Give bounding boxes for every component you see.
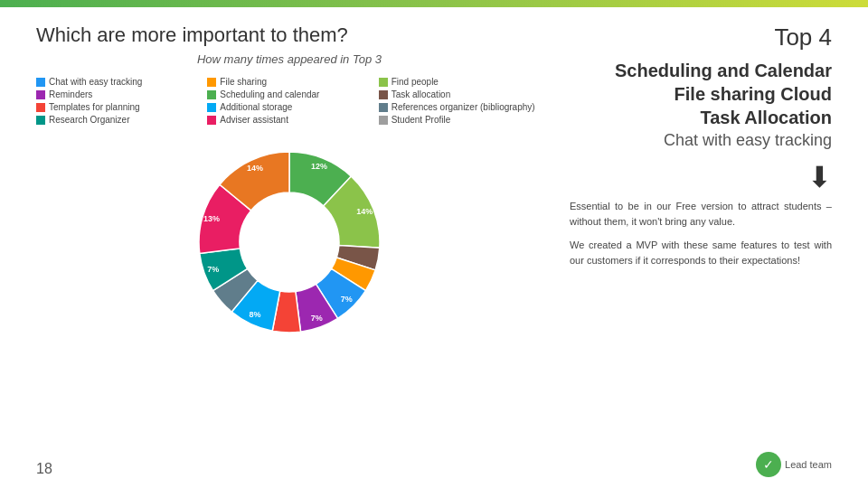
legend-item: Templates for planning — [36, 102, 200, 112]
page-number: 18 — [36, 461, 52, 477]
legend-item: Chat with easy tracking — [36, 77, 200, 87]
feature2: File sharing Cloud — [570, 82, 832, 106]
down-arrow-icon: ⬇ — [570, 163, 832, 192]
left-panel: Which are more important to them? How ma… — [36, 23, 542, 479]
feature3: Task Allocation — [570, 106, 832, 129]
subtitle: How many times appeared in Top 3 — [36, 52, 542, 66]
legend-item: Student Profile — [379, 115, 542, 125]
svg-text:12%: 12% — [311, 162, 327, 171]
svg-text:8%: 8% — [249, 310, 260, 319]
logo-text: Lead team — [785, 459, 832, 470]
svg-text:7%: 7% — [341, 295, 353, 304]
legend-item: File sharing — [207, 77, 371, 87]
donut-chart: 12%14%7%7%8%7%13%14% — [172, 134, 407, 351]
right-panel: Top 4 Scheduling and Calendar File shari… — [542, 23, 832, 479]
legend-item: Find people — [379, 77, 542, 87]
legend-item: Additional storage — [207, 102, 371, 112]
chart-area: 12%14%7%7%8%7%13%14% — [36, 134, 542, 351]
feature4: Chat with easy tracking — [570, 129, 832, 152]
top4-features: Scheduling and Calendar File sharing Clo… — [570, 59, 832, 152]
svg-text:14%: 14% — [356, 207, 373, 216]
description1: Essential to be in our Free version to a… — [570, 199, 832, 229]
top4-title: Top 4 — [570, 23, 832, 52]
legend-item: Adviser assistant — [207, 115, 371, 125]
svg-text:14%: 14% — [247, 164, 263, 173]
legend-item: Reminders — [36, 89, 200, 99]
svg-text:13%: 13% — [203, 214, 220, 223]
legend-item: Research Organizer — [36, 115, 200, 125]
logo-icon: ✓ — [756, 452, 781, 477]
feature1: Scheduling and Calendar — [570, 59, 832, 82]
legend-item: Task allocation — [379, 89, 542, 99]
legend-grid: Chat with easy trackingFile sharingFind … — [36, 77, 542, 125]
page-title: Which are more important to them? — [36, 23, 542, 47]
logo-area: ✓ Lead team — [756, 452, 832, 477]
svg-text:7%: 7% — [207, 265, 219, 274]
legend-item: Scheduling and calendar — [207, 89, 371, 99]
description2: We created a MVP with these same feature… — [570, 238, 832, 267]
svg-text:7%: 7% — [311, 314, 323, 323]
top-bar — [0, 0, 868, 7]
legend-item: References organizer (bibliography) — [379, 102, 542, 112]
